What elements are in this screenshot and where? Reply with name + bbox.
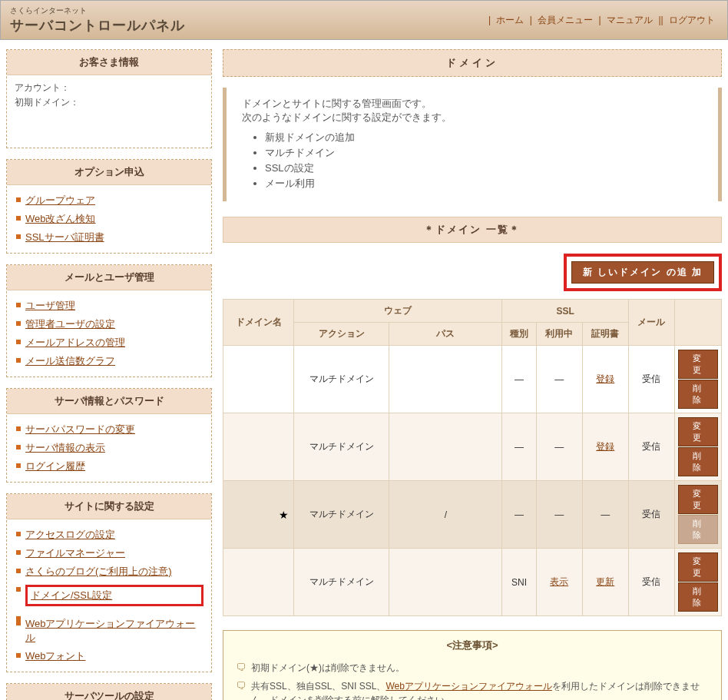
cell-mail: 受信 [628,481,674,549]
cell-path [389,549,502,616]
nav-logout[interactable]: ログアウト [669,15,715,25]
nav-member[interactable]: 会員メニュー [538,15,593,25]
table-row: ★マルチドメイン/―――受信変 更削 除 [223,481,722,549]
th-action: アクション [294,323,389,346]
note-line: 初期ドメイン(★)は削除できません。 [234,659,710,677]
sidebar-link[interactable]: 管理者ユーザの設定 [25,318,115,330]
sidebar-link[interactable]: サーバ情報の表示 [25,442,105,453]
cell-mail: 受信 [628,549,674,616]
sidebar-section-title: メールとユーザ管理 [7,265,211,290]
sidebar-item: 管理者ユーザの設定 [15,315,204,333]
domain-list-title: ＊ドメイン 一覧＊ [223,217,722,243]
sidebar-link[interactable]: Webアプリケーションファイアウォール [25,618,196,643]
sidebar-item: SSLサーバ証明書 [15,228,204,247]
sidebar-link[interactable]: ログイン履歴 [25,460,85,472]
edit-button[interactable]: 変 更 [678,417,718,446]
sidebar-link[interactable]: メール送信数グラフ [25,355,115,367]
sidebar-item: アクセスログの設定 [15,526,204,544]
nav-home[interactable]: ホーム [496,15,524,25]
cell-inuse: ― [536,346,582,413]
th-inuse: 利用中 [536,323,582,346]
cell-kind: SNI [502,549,536,616]
sidebar-item: Web改ざん検知 [15,210,204,228]
th-path: パス [389,323,502,346]
sidebar-item: ドメイン/SSL設定 [15,581,204,610]
sidebar-item: Webフォント [15,647,204,665]
header-subtitle: さくらインターネット [10,5,185,16]
inuse-link[interactable]: 表示 [550,576,568,587]
sidebar-highlight: ドメイン/SSL設定 [25,585,204,606]
customer-info-box: お客さま情報 アカウント： 初期ドメイン： [6,49,212,148]
sidebar-section: オプション申込グループウェアWeb改ざん検知SSLサーバ証明書 [6,159,212,254]
notes-box: <注意事項> 初期ドメイン(★)は削除できません。共有SSL、独自SSL、SNI… [223,630,722,700]
sidebar-item: サーバ情報の表示 [15,439,204,457]
cell-domain-name [223,413,294,481]
desc-bullet: マルチドメイン [265,146,703,160]
sidebar-item: メールアドレスの管理 [15,333,204,352]
header-nav: | ホーム | 会員メニュー | マニュアル || ログアウト [488,14,718,27]
cell-inuse: ― [536,481,582,549]
cert-link[interactable]: 登録 [596,373,614,384]
cell-action: マルチドメイン [294,413,389,481]
cell-path: / [389,481,502,549]
sidebar-item: さくらのブログ(ご利用上の注意) [15,562,204,581]
header-title: サーバコントロールパネル [10,16,185,35]
cell-domain-name [223,549,294,616]
sidebar-link[interactable]: Web改ざん検知 [25,213,96,224]
cell-action: マルチドメイン [294,549,389,616]
sidebar-section: サーバ情報とパスワードサーバパスワードの変更サーバ情報の表示ログイン履歴 [6,388,212,483]
table-row: マルチドメイン――登録受信変 更削 除 [223,346,722,413]
note-link[interactable]: Webアプリケーションファイアウォール [386,681,551,692]
th-domain: ドメイン名 [223,300,294,346]
edit-button[interactable]: 変 更 [678,350,718,379]
sidebar-link[interactable]: ドメイン/SSL設定 [31,589,112,601]
add-domain-button[interactable]: 新 しいドメイン の追 加 [571,261,714,284]
edit-button[interactable]: 変 更 [678,552,718,582]
sidebar-item: ユーザ管理 [15,297,204,315]
delete-button[interactable]: 削 除 [678,447,718,476]
cert-link[interactable]: 更新 [596,576,614,587]
sidebar-item: メール送信数グラフ [15,352,204,370]
table-row: マルチドメインSNI表示更新受信変 更削 除 [223,549,722,616]
star-icon: ★ [279,509,289,521]
cell-kind: ― [502,413,536,481]
cell-action: マルチドメイン [294,481,389,549]
note-line: 共有SSL、独自SSL、SNI SSL、Webアプリケーションファイアウォールを… [234,677,710,700]
cell-actions: 変 更削 除 [675,413,722,481]
header: さくらインターネット サーバコントロールパネル | ホーム | 会員メニュー |… [0,0,728,40]
cell-kind: ― [502,346,536,413]
edit-button[interactable]: 変 更 [678,485,718,514]
desc-bullet: SSLの設定 [265,161,703,175]
sidebar-link[interactable]: Webフォント [25,650,86,662]
sidebar-item: サーバパスワードの変更 [15,420,204,439]
cell-path [389,346,502,413]
cell-actions: 変 更削 除 [675,481,722,549]
cell-mail: 受信 [628,346,674,413]
sidebar-link[interactable]: さくらのブログ(ご利用上の注意) [25,566,172,577]
delete-button[interactable]: 削 除 [678,380,718,409]
sidebar-link[interactable]: ファイルマネージャー [25,547,125,559]
sidebar-link[interactable]: ユーザ管理 [25,300,75,311]
add-domain-highlight: 新 しいドメイン の追 加 [564,254,722,291]
sidebar-link[interactable]: アクセスログの設定 [25,529,115,540]
delete-button[interactable]: 削 除 [678,582,718,612]
cell-actions: 変 更削 除 [675,549,722,616]
cell-domain-name [223,346,294,413]
sidebar-link[interactable]: メールアドレスの管理 [25,337,125,348]
th-kind: 種別 [502,323,536,346]
sidebar-link[interactable]: サーバパスワードの変更 [25,423,135,435]
cert-link[interactable]: 登録 [596,441,614,452]
cell-cert: 登録 [582,413,628,481]
cell-cert: ― [582,481,628,549]
customer-info-title: お客さま情報 [7,50,211,75]
nav-manual[interactable]: マニュアル [607,15,653,25]
sidebar-link[interactable]: グループウェア [25,194,95,206]
sidebar-section-title: サイトに関する設定 [7,494,211,519]
delete-button: 削 除 [678,515,718,544]
sidebar-item: ログイン履歴 [15,457,204,476]
sidebar-item: グループウェア [15,191,204,210]
page-title: ドメイン [223,49,722,77]
sidebar-item: Webアプリケーションファイアウォール [15,615,204,647]
sidebar-link[interactable]: SSLサーバ証明書 [25,231,104,243]
th-ssl: SSL [502,300,628,323]
